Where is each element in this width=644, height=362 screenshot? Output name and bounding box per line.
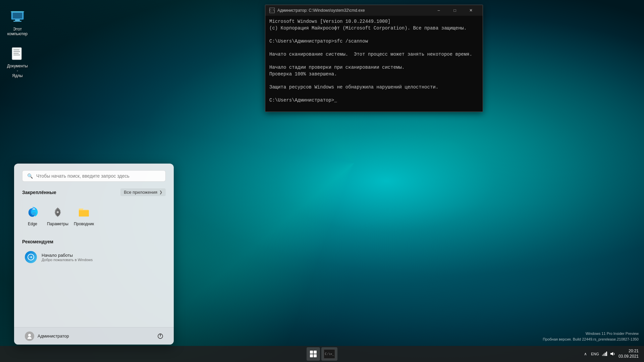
documents-label: Документы -Ядлы bbox=[6, 64, 29, 78]
taskbar-cmd-button[interactable]: C:\>_ bbox=[321, 347, 337, 361]
documents-icon bbox=[9, 46, 25, 62]
pinned-app-edge[interactable]: Edge bbox=[22, 201, 43, 230]
get-started-title: Начало работы bbox=[42, 253, 93, 258]
cmd-title-icon: C:\ bbox=[269, 8, 275, 13]
pinned-apps-grid: Edge bbox=[22, 201, 166, 230]
svg-point-11 bbox=[32, 212, 36, 215]
svg-rect-6 bbox=[13, 50, 19, 50]
svg-rect-10 bbox=[12, 48, 21, 50]
all-apps-button[interactable]: Все приложения ❯ bbox=[120, 188, 166, 196]
pinned-app-settings[interactable]: Параметры bbox=[46, 201, 70, 230]
svg-rect-2 bbox=[15, 19, 20, 21]
get-started-subtitle: Добро пожаловать в Windows bbox=[42, 258, 93, 262]
power-button[interactable] bbox=[155, 331, 166, 342]
start-menu: 🔍 Закреплённые Все приложения ❯ bbox=[14, 164, 174, 345]
svg-marker-22 bbox=[610, 352, 613, 356]
svg-rect-1 bbox=[13, 13, 22, 18]
version-line1: Windows 11 Pro Insider Preview bbox=[543, 331, 639, 337]
svg-point-13 bbox=[57, 211, 59, 213]
search-input[interactable] bbox=[36, 173, 161, 179]
version-line2: Пробная версия. Build 22449.rs_prereleas… bbox=[543, 337, 639, 342]
cmd-close-button[interactable]: ✕ bbox=[463, 5, 479, 16]
taskbar-center: C:\>_ bbox=[307, 347, 337, 361]
recommended-item-getstarted[interactable]: Начало работы Добро пожаловать в Windows bbox=[22, 248, 166, 266]
cmd-title-text: Администратор: C:\Windows\system32\cmd.e… bbox=[277, 8, 365, 13]
pinned-app-explorer[interactable]: Проводник bbox=[72, 201, 95, 230]
edge-icon bbox=[25, 205, 40, 220]
start-menu-footer: Администратор bbox=[14, 327, 174, 345]
system-clock[interactable]: 20:21 03.09.2021 bbox=[619, 349, 639, 359]
clock-date: 03.09.2021 bbox=[619, 354, 639, 359]
settings-icon bbox=[50, 205, 65, 220]
pinned-label: Закреплённые bbox=[22, 190, 56, 195]
svg-point-15 bbox=[28, 334, 31, 337]
cmd-title-left: C:\ Администратор: C:\Windows\system32\c… bbox=[269, 8, 365, 13]
cmd-output: Microsoft Windows [Version 10.0.22449.10… bbox=[265, 16, 483, 112]
svg-rect-20 bbox=[605, 353, 606, 356]
user-avatar bbox=[25, 331, 34, 341]
cmd-taskbar-icon: C:\>_ bbox=[324, 349, 335, 359]
svg-rect-3 bbox=[13, 21, 21, 22]
get-started-text: Начало работы Добро пожаловать в Windows bbox=[42, 253, 93, 262]
tray-chevron-icon[interactable]: ∧ bbox=[582, 351, 589, 357]
search-box[interactable]: 🔍 bbox=[22, 170, 166, 182]
svg-rect-7 bbox=[13, 51, 20, 52]
this-pc-icon bbox=[9, 9, 25, 25]
search-icon: 🔍 bbox=[27, 173, 33, 179]
tray-icons: ∧ ENG bbox=[582, 351, 616, 357]
tray-volume-icon[interactable] bbox=[609, 351, 616, 357]
all-apps-label: Все приложения bbox=[124, 190, 157, 195]
desktop-icon-this-pc[interactable]: Этот компьютер bbox=[4, 7, 31, 39]
cmd-restore-button[interactable]: □ bbox=[447, 5, 463, 16]
cmd-controls: – □ ✕ bbox=[431, 5, 479, 16]
settings-label: Параметры bbox=[47, 222, 68, 226]
start-button[interactable] bbox=[307, 347, 320, 361]
recommended-label: Рекомендуем bbox=[22, 239, 166, 244]
clock-time: 20:21 bbox=[629, 349, 639, 354]
cmd-titlebar: C:\ Администратор: C:\Windows\system32\c… bbox=[265, 5, 483, 16]
windows-logo-icon bbox=[310, 351, 317, 357]
cmd-minimize-button[interactable]: – bbox=[431, 5, 446, 16]
explorer-icon bbox=[76, 205, 91, 220]
recommended-section: Рекомендуем Начало работы Добро пожалова… bbox=[22, 239, 166, 266]
user-info[interactable]: Администратор bbox=[22, 329, 72, 343]
desktop: Этот компьютер Документы -Ядлы C:\ Админ… bbox=[0, 0, 644, 362]
svg-rect-9 bbox=[13, 55, 20, 55]
taskbar: C:\>_ ∧ ENG bbox=[0, 346, 644, 362]
chevron-right-icon: ❯ bbox=[159, 190, 162, 194]
svg-rect-8 bbox=[13, 53, 19, 54]
version-info: Windows 11 Pro Insider Preview Пробная в… bbox=[543, 331, 639, 342]
this-pc-label: Этот компьютер bbox=[6, 27, 29, 37]
svg-rect-19 bbox=[603, 354, 604, 356]
svg-rect-21 bbox=[606, 352, 607, 356]
desktop-icon-documents[interactable]: Документы -Ядлы bbox=[4, 44, 31, 80]
svg-rect-18 bbox=[602, 355, 603, 356]
user-name: Администратор bbox=[38, 334, 69, 339]
get-started-icon bbox=[25, 251, 37, 263]
explorer-label: Проводник bbox=[74, 222, 94, 226]
svg-rect-4 bbox=[11, 11, 24, 12]
taskbar-right: ∧ ENG bbox=[582, 349, 639, 359]
tray-language[interactable]: ENG bbox=[590, 351, 600, 357]
tray-network-icon[interactable] bbox=[601, 351, 608, 357]
edge-label: Edge bbox=[28, 222, 37, 226]
cmd-window[interactable]: C:\ Администратор: C:\Windows\system32\c… bbox=[265, 5, 483, 112]
pinned-section-header: Закреплённые Все приложения ❯ bbox=[22, 188, 166, 196]
